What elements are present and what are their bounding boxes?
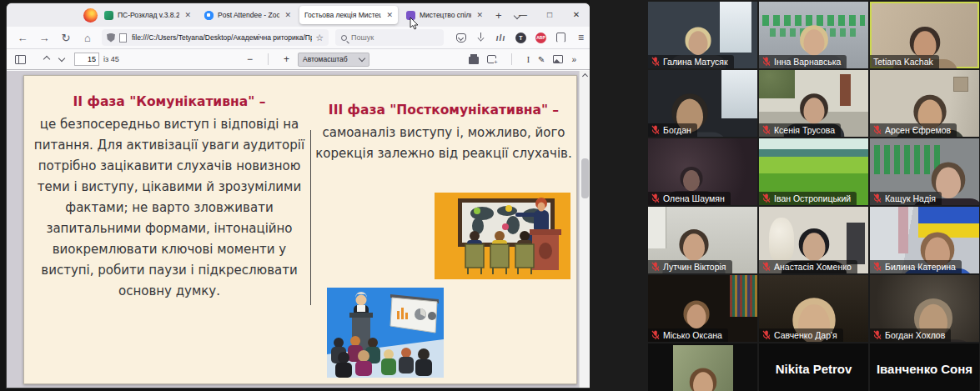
zoom-mode-select[interactable]: Автомасштаб [298,53,369,67]
muted-mic-icon [762,57,771,67]
bookmark-flag-icon[interactable] [556,33,565,43]
picture-frame-backdrop [953,77,968,92]
participant-name-label: Tetiana Kachak [870,55,939,68]
browser-window: ПС-Розклад v.3.8.2 ✕ Post Attendee - Zoo… [7,3,590,388]
tab-label: Post Attendee - Zoom [218,11,279,19]
participant-name-label: Анастасія Хоменко [759,260,857,273]
tab-ps-rozklad[interactable]: ПС-Розклад v.3.8.2 ✕ [99,6,196,24]
participant-display-name: Nikita Petrov [759,362,868,376]
search-bar[interactable] [335,29,444,46]
participant-tile[interactable]: Ксенія Трусова [759,70,868,137]
image-tool-icon[interactable] [553,55,563,63]
maximize-button[interactable]: □ [536,3,563,27]
adblock-icon[interactable]: ABP [535,33,546,43]
participant-tile[interactable]: Богдан [648,70,757,137]
pdf-viewport[interactable]: ІІ фаза "Комунікативна" – це безпосередн… [7,71,579,388]
university-text-backdrop [762,15,865,26]
address-bar[interactable]: file:///C:/Users/Tetyana/Desktop/Академі… [102,29,329,46]
tab-post-attendee-zoom[interactable]: Post Attendee - Zoom ✕ [199,6,296,24]
tab-guest-lecture-active[interactable]: Гостьова лекція Мистецтво сп ✕ [299,6,398,24]
new-tab-button[interactable]: + [490,9,508,22]
participant-name-label: Арсен Єфремов [870,123,957,137]
address-text[interactable]: file:///C:/Users/Tetyana/Desktop/Академі… [132,33,312,42]
forward-button[interactable]: → [33,32,55,44]
tracking-protection-shield-icon[interactable] [107,33,115,43]
tab-label: Мистецтво спілкування - 6 [420,11,471,19]
participant-tile[interactable]: Анастасія Хоменко [759,207,868,273]
search-icon [341,35,347,41]
participant-tile[interactable]: Кащук Надія [870,138,979,205]
participant-silhouette [671,368,735,391]
extension-icons: ılı T ABP ≡ [455,33,586,43]
participant-tile[interactable]: Місько Оксана [648,275,757,342]
page-number-input[interactable] [74,53,99,66]
slide-left-heading: ІІ фаза "Комунікативна" – [31,94,308,109]
participant-name-label: Місько Оксана [648,328,728,342]
page-info-icon[interactable] [119,33,127,43]
home-button[interactable]: ⌂ [77,32,98,44]
tab-close-icon[interactable]: ✕ [284,11,291,19]
muted-mic-icon [762,193,771,203]
participant-tile[interactable]: Олена Шаумян [648,138,757,205]
tab-close-icon[interactable]: ✕ [386,11,393,19]
pdf-zoom-controls: − + Автомасштаб [247,53,369,67]
muted-mic-icon [651,57,660,67]
bookmark-star-icon[interactable]: ☆ [315,33,324,43]
reload-button[interactable]: ↻ [55,32,77,44]
zoom-participants-panel: Галина Матусяк Інна Варнавська Tetiana K… [590,0,980,391]
participant-tile-camera-off[interactable]: Іванченко Соня Іванченко Соня [870,343,979,391]
lil-extension-icon[interactable]: ılı [495,33,506,43]
participant-name-label: Ксенія Трусова [759,123,841,137]
clipart-world-map-presentation [435,193,570,279]
pdf-toolbar: із 45 − + Автомасштаб I ✎ » [7,49,590,70]
pocket-icon[interactable] [456,33,466,43]
tab-label: Гостьова лекція Мистецтво сп [304,11,381,19]
menu-icon[interactable]: ≡ [575,33,586,43]
page-total-label: із 45 [103,55,119,63]
participant-tile[interactable]: Арсен Єфремов [870,70,979,137]
firefox-view-icon[interactable] [83,8,98,23]
participant-tile[interactable]: Савченко Дар'я [759,275,868,342]
zoom-out-button[interactable]: − [247,53,253,65]
muted-mic-icon [873,330,882,340]
previous-page-button[interactable] [43,56,50,63]
search-input[interactable] [351,33,426,42]
participant-tile[interactable]: Інна Варнавська [759,2,868,68]
text-select-tool-icon[interactable]: I [527,55,530,64]
participant-tile-camera-off[interactable]: Nikita Petrov Nikita Petrov [759,343,868,391]
next-page-button[interactable] [58,54,65,61]
downloads-icon[interactable] [476,33,486,43]
participant-tile[interactable]: Богдан Хохлов [870,275,979,342]
participant-tile-virtual-background[interactable]: Іван Остропицький [759,138,868,205]
muted-mic-icon [873,262,882,272]
participant-name-label: Богдан [648,123,697,137]
participant-name-label: Богдан Хохлов [870,328,951,342]
bookshelf-backdrop [730,275,757,317]
back-button[interactable]: ← [12,32,33,44]
tab-close-icon[interactable]: ✕ [476,11,483,19]
participant-tile-active-speaker[interactable]: Tetiana Kachak [870,2,979,68]
close-button[interactable]: ✕ [563,3,590,27]
scrollbar-thumb[interactable] [581,158,589,198]
zoom-in-button[interactable]: + [284,53,289,65]
window-controls: — □ ✕ [510,3,590,27]
participant-tile[interactable]: Лутчин Вікторія [648,207,757,273]
save-icon[interactable] [487,55,496,63]
pdf-sidebar-toggle-icon[interactable] [15,55,26,64]
browser-tab-bar: ПС-Розклад v.3.8.2 ✕ Post Attendee - Zoo… [7,3,590,27]
tab-favicon-zoom [204,11,214,20]
pdf-scrollbar[interactable] [579,71,590,388]
minimize-button[interactable]: — [510,3,536,27]
scroll-up-icon[interactable] [581,73,587,79]
participant-tile-avatar[interactable]: Єлізавета Смєшко [648,343,757,391]
muted-mic-icon [873,125,882,135]
dark-extension-icon[interactable]: T [515,33,526,43]
more-tools-icon[interactable]: » [571,55,576,64]
participant-tile[interactable]: Билина Катерина [870,207,979,273]
muted-mic-icon [762,330,771,340]
participant-tile[interactable]: Галина Матусяк [648,2,757,68]
draw-tool-icon[interactable]: ✎ [538,55,545,64]
column-divider [310,130,311,305]
print-icon[interactable] [469,57,479,64]
tab-close-icon[interactable]: ✕ [184,11,191,19]
